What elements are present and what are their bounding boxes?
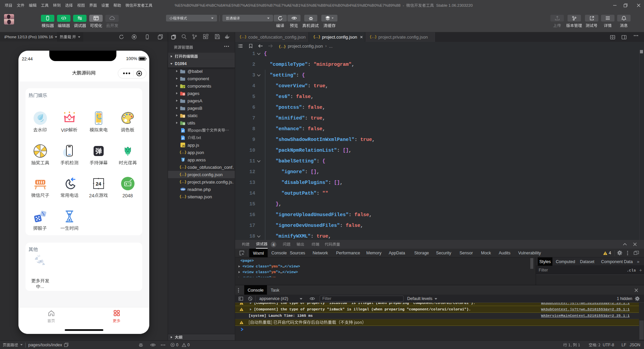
svg-text:php: php [181,188,185,190]
